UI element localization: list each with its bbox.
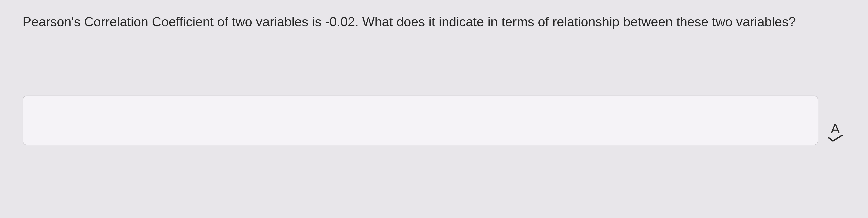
spellcheck-letter: A <box>831 123 840 134</box>
checkmark-icon <box>827 134 843 142</box>
spellcheck-icon[interactable]: A <box>825 123 845 143</box>
question-text: Pearson's Correlation Coefficient of two… <box>23 11 814 32</box>
answer-container: A <box>23 96 845 145</box>
answer-input[interactable] <box>23 96 818 145</box>
